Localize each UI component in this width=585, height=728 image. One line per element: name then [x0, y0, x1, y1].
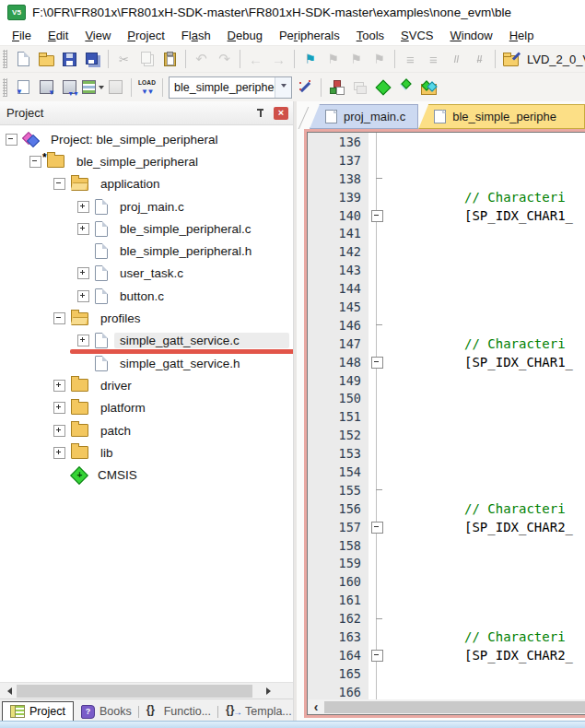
multi-project-button[interactable]: [348, 76, 371, 99]
menu-flash[interactable]: Flash: [173, 27, 219, 44]
menu-peripherals[interactable]: Peripherals: [271, 27, 348, 44]
uncomment-button[interactable]: [468, 48, 491, 70]
project-hscrollbar[interactable]: [0, 682, 293, 699]
paste-button[interactable]: [158, 48, 181, 70]
code-line[interactable]: 154: [308, 463, 585, 481]
code-line[interactable]: 166: [308, 683, 585, 699]
fold-collapse-icon[interactable]: [371, 210, 383, 222]
tree-item-simple-gatt-service-c[interactable]: simple_gatt_service.c: [0, 330, 293, 352]
code-line[interactable]: 148[SP_IDX_CHAR1_: [308, 353, 585, 371]
code-line[interactable]: 161: [308, 591, 585, 609]
scroll-thumb[interactable]: [324, 701, 585, 713]
menu-debug[interactable]: Debug: [219, 27, 271, 44]
code-line[interactable]: 137: [308, 151, 585, 170]
panel-tab-project[interactable]: Project: [2, 701, 74, 722]
expand-plus-icon[interactable]: [77, 290, 89, 302]
menu-help[interactable]: Help: [501, 27, 543, 44]
build-button[interactable]: [35, 76, 58, 99]
select-software-packs-button[interactable]: [371, 76, 394, 99]
tree-item-ble-simple-peripheral-c[interactable]: ble_simple_peripheral.c: [0, 217, 293, 240]
expand-plus-icon[interactable]: [53, 402, 65, 414]
tree-item-lib[interactable]: lib: [0, 441, 293, 464]
stop-build-button[interactable]: [104, 76, 127, 99]
fold-collapse-icon[interactable]: [371, 357, 383, 369]
editor-tab-proj-main-c[interactable]: proj_main.c: [310, 104, 418, 129]
tree-item-profiles[interactable]: profiles: [0, 307, 293, 329]
code-line[interactable]: 158: [308, 536, 585, 555]
tree-item-simple-gatt-service-h[interactable]: simple_gatt_service.h: [0, 352, 293, 374]
toolbar-grip[interactable]: [3, 50, 7, 68]
code-line[interactable]: 160: [308, 572, 585, 591]
fold-collapse-icon[interactable]: [371, 522, 383, 534]
save-all-button[interactable]: [81, 48, 104, 70]
code-line[interactable]: 151: [308, 407, 585, 426]
unindent-button[interactable]: [422, 48, 445, 70]
menu-edit[interactable]: Edit: [40, 27, 76, 44]
code-line[interactable]: 145: [308, 298, 585, 316]
scroll-thumb[interactable]: [17, 685, 252, 698]
tree-item-project-ble-simple-peripheral[interactable]: Project: ble_simple_peripheral: [0, 128, 293, 150]
manage-project-items-button[interactable]: [325, 76, 348, 99]
panel-tab-functio[interactable]: Functio...: [139, 702, 218, 722]
code-line[interactable]: 149: [308, 371, 585, 390]
code-line[interactable]: 138: [308, 170, 585, 188]
next-bookmark-button[interactable]: [322, 48, 345, 70]
code-line[interactable]: 147// Characteri: [308, 335, 585, 353]
translate-button[interactable]: [12, 76, 35, 99]
menu-project[interactable]: Project: [119, 27, 172, 44]
collapse-minus-icon[interactable]: [53, 178, 65, 190]
code-line[interactable]: 150: [308, 389, 585, 407]
collapse-minus-icon[interactable]: [6, 134, 18, 146]
tree-item-driver[interactable]: driver: [0, 374, 293, 396]
cut-button[interactable]: [112, 48, 135, 70]
rebuild-button[interactable]: [58, 76, 81, 99]
code-line[interactable]: 143: [308, 261, 585, 279]
code-line[interactable]: 140[SP_IDX_CHAR1_: [308, 206, 585, 225]
collapse-minus-icon[interactable]: [29, 156, 41, 168]
scroll-right-arrow[interactable]: [263, 683, 278, 699]
code-line[interactable]: 139// Characteri: [308, 188, 585, 206]
undo-button[interactable]: [190, 48, 213, 70]
code-line[interactable]: 155: [308, 481, 585, 499]
code-line[interactable]: 136: [308, 133, 585, 151]
tree-item-cmsis[interactable]: CMSIS: [0, 464, 293, 486]
prev-bookmark-button[interactable]: [345, 48, 368, 70]
code-line[interactable]: 162: [308, 609, 585, 628]
expand-plus-icon[interactable]: [77, 201, 89, 213]
new-file-button[interactable]: [12, 48, 35, 70]
tree-item-patch[interactable]: patch: [0, 419, 293, 441]
tree-item-ble-simple-peripheral-h[interactable]: ble_simple_peripheral.h: [0, 240, 293, 262]
expand-plus-icon[interactable]: [53, 447, 65, 459]
code-line[interactable]: 152: [308, 426, 585, 444]
code-line[interactable]: 141: [308, 224, 585, 242]
navigate-forward-button[interactable]: [267, 48, 290, 70]
menu-view[interactable]: View: [76, 27, 119, 44]
code-line[interactable]: 165: [308, 664, 585, 683]
toolbar-grip[interactable]: [3, 78, 7, 97]
scroll-left-arrow[interactable]: [308, 699, 324, 715]
close-icon[interactable]: [274, 107, 288, 120]
tree-item-ble-simple-peripheral[interactable]: ble_simple_peripheral: [0, 150, 293, 172]
collapse-minus-icon[interactable]: [53, 312, 65, 324]
code-line[interactable]: 142: [308, 242, 585, 261]
expand-plus-icon[interactable]: [53, 425, 65, 437]
code-line[interactable]: 153: [308, 444, 585, 463]
menu-tools[interactable]: Tools: [348, 27, 392, 44]
open-file-button[interactable]: [35, 48, 58, 70]
tree-item-platform[interactable]: platform: [0, 397, 293, 419]
panel-tab-books[interactable]: Books: [74, 702, 139, 722]
expand-plus-icon[interactable]: [77, 267, 89, 279]
download-button[interactable]: LOAD: [135, 76, 158, 99]
code-line[interactable]: 156// Characteri: [308, 499, 585, 518]
comment-button[interactable]: [445, 48, 468, 70]
pack-installer-button[interactable]: [394, 76, 417, 99]
save-button[interactable]: [58, 48, 81, 70]
tree-item-proj-main-c[interactable]: proj_main.c: [0, 195, 293, 217]
expand-plus-icon[interactable]: [77, 223, 89, 235]
expand-plus-icon[interactable]: [53, 380, 65, 392]
insert-bookmark-button[interactable]: [298, 48, 322, 70]
code-line[interactable]: 144: [308, 279, 585, 298]
menu-file[interactable]: File: [4, 27, 40, 44]
tree-item-application[interactable]: application: [0, 173, 293, 195]
code-line[interactable]: 163// Characteri: [308, 628, 585, 646]
